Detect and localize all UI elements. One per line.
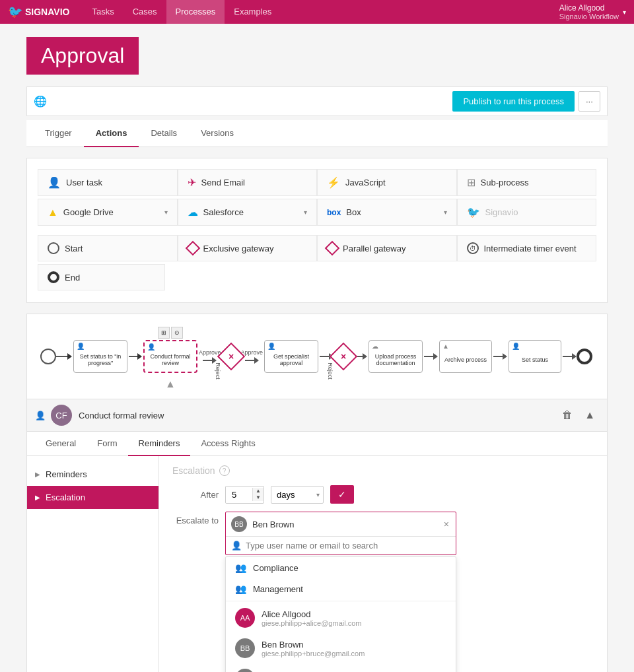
tab-details[interactable]: Details [139,120,189,147]
bpmn-task-upload[interactable]: ☁ Upload process documentation [369,340,423,373]
nav-tasks[interactable]: Tasks [83,0,123,24]
line-5 [424,353,438,360]
ben-name: Ben Brown [262,640,365,650]
bpmn-canvas[interactable]: 👤 Set status to "in progress" 👤 Conduct … [26,314,608,399]
task-upload-label: Upload process documentation [372,353,419,366]
user-search-input[interactable] [246,541,450,551]
user-menu[interactable]: Alice Allgood Signavio Workflow ▾ [559,3,626,20]
tab-actions[interactable]: Actions [84,120,139,147]
logo-text: SIGNAVIO [25,7,69,17]
bpmn-end-event[interactable] [577,349,592,364]
subprocess-label: Sub-process [481,178,529,187]
task-archive-label: Archive process [444,356,487,363]
ben-avatar: BB [235,638,255,658]
ben-email: giese.philipp+bruce@gmail.com [262,650,365,657]
logo[interactable]: 🐦 SIGNAVIO [8,5,69,19]
tab-trigger[interactable]: Trigger [33,120,84,147]
bpmn-start-event[interactable] [40,349,56,364]
page-title: Approval [41,44,124,68]
exclusive-gw-shape [185,241,200,256]
escalate-to-label: Escalate to [172,512,219,525]
palette-end[interactable]: End [38,264,165,290]
charlie-name: Charlie Chester [262,670,370,673]
timer-event-shape: ⏱ [467,242,479,254]
palette-google-drive[interactable]: ▲ Google Drive ▾ [38,199,178,226]
escalation-label-text: Escalation [46,492,85,502]
reminders-arrow: ▶ [35,471,40,478]
parallel-gw-shape [325,241,340,256]
dropdown-group-compliance[interactable]: 👥 Compliance [226,557,456,578]
management-label: Management [253,584,303,594]
palette-exclusive-gw[interactable]: Exclusive gateway [178,235,318,261]
ben-info: Ben Brown giese.philipp+bruce@gmail.com [262,640,365,657]
detail-header: 👤 CF Conduct formal review 🗑 ▲ [27,399,607,432]
reject-label-1: Reject [214,362,221,380]
palette-send-email[interactable]: ✈ Send Email [178,169,318,196]
palette-parallel-gw[interactable]: Parallel gateway [317,235,457,261]
task-action-btn2[interactable]: ⊙ [171,327,183,339]
detail-tab-form[interactable]: Form [87,432,127,456]
bpmn-task-set-status2[interactable]: 👤 Set status [509,340,561,373]
reminder-item-reminders[interactable]: ▶ Reminders [27,463,158,486]
spinner-up[interactable]: ▲ [253,488,264,494]
escalation-help-icon[interactable]: ? [219,465,230,476]
days-select[interactable]: hours days weeks [271,486,324,504]
bpmn-task-archive[interactable]: ▲ Archive process [439,340,492,373]
task-set-status2-label: Set status [522,356,548,363]
spinner-down[interactable]: ▼ [253,494,264,501]
alice-email: giese.philipp+alice@gmail.com [262,619,362,627]
delete-button[interactable]: 🗑 [558,408,577,422]
action-palette: 👤 User task ✈ Send Email ⚡ JavaScript ⊞ … [26,158,608,303]
reminders-sidebar: ▶ Reminders ▶ Escalation [27,456,159,672]
nav-cases[interactable]: Cases [123,0,166,24]
task-expand-arrow[interactable]: ▲ [165,378,176,390]
task-action-btn[interactable]: ⊞ [158,327,170,339]
palette-box[interactable]: box Box ▾ [317,199,457,226]
escalate-to-container: BB Ben Brown × 👤 [225,512,456,672]
palette-javascript[interactable]: ⚡ JavaScript [317,169,457,196]
after-number-input[interactable] [226,487,252,503]
gateway-2-wrapper: × Reject [334,347,353,366]
line-2 [245,357,259,364]
main-tabs: Trigger Actions Details Versions [26,120,608,147]
end-label: End [65,273,80,283]
dropdown-user-alice[interactable]: AA Alice Allgood giese.philipp+alice@gma… [226,603,456,633]
bpmn-task-specialist[interactable]: 👤 Get specialist approval [264,340,318,373]
chip-remove-button[interactable]: × [442,519,450,529]
number-input-wrapper: ▲ ▼ [225,486,264,504]
palette-user-task[interactable]: 👤 User task [38,169,178,196]
dropdown-user-ben[interactable]: BB Ben Brown giese.philipp+bruce@gmail.c… [226,633,456,663]
parallel-gw-label: Parallel gateway [343,244,405,253]
palette-timer-event[interactable]: ⏱ Intermediate timer event [457,235,597,261]
tab-versions[interactable]: Versions [189,120,246,147]
dropdown-user-charlie[interactable]: CC Charlie Chester giese.philipp+chester… [226,663,456,672]
group-icon-compliance: 👥 [235,562,246,573]
task-cloud-icon: ☁ [372,343,378,350]
nav-examples[interactable]: Examples [225,0,281,24]
detail-tab-access[interactable]: Access Rights [190,432,265,456]
palette-start[interactable]: Start [38,235,178,261]
search-row: 👤 [226,537,456,554]
dropdown-group-management[interactable]: 👥 Management [226,578,456,599]
palette-subprocess[interactable]: ⊞ Sub-process [457,169,597,196]
confirm-button[interactable]: ✓ [330,485,354,504]
bpmn-gateway-2[interactable]: × [330,343,357,370]
charlie-info: Charlie Chester giese.philipp+chester@gm… [262,670,370,673]
publish-button[interactable]: Publish to run this process [452,91,574,112]
reminder-item-escalation[interactable]: ▶ Escalation [27,486,158,509]
more-button[interactable]: ··· [579,91,600,112]
detail-tab-general[interactable]: General [35,432,87,456]
nav-processes[interactable]: Processes [166,0,225,24]
bpmn-task-conduct-review[interactable]: 👤 Conduct formal review ⊞ ⊙ ▲ [143,340,197,373]
line-7 [563,353,577,360]
toolbar: 🌐 Publish to run this process ··· [26,86,608,116]
palette-salesforce[interactable]: ☁ Salesforce ▾ [178,199,318,226]
bpmn-task-set-status[interactable]: 👤 Set status to "in progress" [73,340,127,373]
user-menu-chevron: ▾ [623,9,626,16]
box-arrow: ▾ [444,209,447,216]
box-label: Box [346,207,361,217]
alice-avatar: AA [235,608,255,628]
collapse-button[interactable]: ▲ [581,408,599,422]
detail-tab-reminders[interactable]: Reminders [128,432,191,456]
escalation-arrow: ▶ [35,494,40,501]
